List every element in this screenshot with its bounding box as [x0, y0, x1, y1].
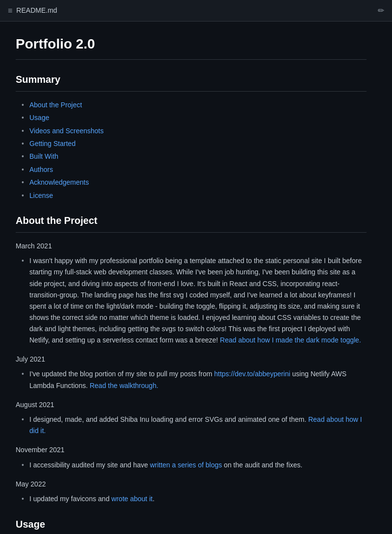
list-item: I accessibility audited my site and have… — [24, 460, 367, 471]
list-item: I updated my favicons and wrote about it… — [24, 493, 367, 505]
november-text: I accessibility audited my site and have… — [29, 461, 302, 469]
july-text: I've updated the blog portion of my site… — [29, 370, 346, 389]
list-item: I designed, made, and added Shiba Inu lo… — [24, 414, 367, 437]
august-list: I designed, made, and added Shiba Inu lo… — [16, 414, 367, 437]
august-text: I designed, made, and added Shiba Inu lo… — [29, 415, 362, 435]
shiba-link[interactable]: Read about how I did it. — [29, 415, 362, 435]
page-title: Portfolio 2.0 — [16, 33, 367, 60]
header: ≡ README.md ✏ — [0, 0, 392, 22]
blogs-link[interactable]: written a series of blogs — [150, 461, 222, 469]
pencil-icon[interactable]: ✏ — [378, 4, 384, 17]
dark-mode-link[interactable]: Read about how I made the dark mode togg… — [220, 336, 361, 344]
list-item: Usage — [24, 112, 367, 123]
summary-heading: Summary — [16, 72, 367, 92]
header-left: ≡ README.md — [8, 4, 57, 17]
about-heading: About the Project — [16, 213, 367, 233]
may-text: I updated my favicons and wrote about it… — [29, 495, 154, 503]
march-text: I wasn't happy with my professional port… — [29, 257, 362, 344]
authors-link[interactable]: Authors — [29, 166, 53, 173]
list-item: Videos and Screenshots — [24, 125, 367, 136]
list-item: Getting Started — [24, 138, 367, 149]
list-item: I've updated the blog portion of my site… — [24, 368, 367, 391]
favicon-link[interactable]: wrote about it — [111, 495, 152, 503]
usage-heading: Usage — [16, 516, 367, 534]
walkthrough-link[interactable]: Read the walkthrough. — [90, 382, 158, 389]
date-july-2021: July 2021 — [16, 354, 367, 364]
built-with-link[interactable]: Built With — [29, 152, 58, 160]
header-title: README.md — [16, 5, 57, 16]
acknowledgements-link[interactable]: Acknowledgements — [29, 178, 89, 186]
list-item: Built With — [24, 151, 367, 162]
july-list: I've updated the blog portion of my site… — [16, 368, 367, 391]
list-item: Acknowledgements — [24, 177, 367, 188]
date-august-2021: August 2021 — [16, 399, 367, 410]
list-item: Authors — [24, 164, 367, 175]
hamburger-icon[interactable]: ≡ — [8, 4, 12, 17]
usage-link[interactable]: Usage — [29, 114, 49, 121]
summary-list: About the Project Usage Videos and Scree… — [16, 99, 367, 201]
march-list: I wasn't happy with my professional port… — [16, 255, 367, 346]
devto-link[interactable]: https://dev.to/abbeyperini — [214, 370, 290, 378]
about-link[interactable]: About the Project — [29, 101, 82, 109]
date-november-2021: November 2021 — [16, 444, 367, 455]
date-may-2022: May 2022 — [16, 479, 367, 489]
list-item: I wasn't happy with my professional port… — [24, 255, 367, 346]
list-item: About the Project — [24, 99, 367, 110]
license-link[interactable]: License — [29, 192, 53, 199]
date-march-2021: March 2021 — [16, 241, 367, 251]
may-list: I updated my favicons and wrote about it… — [16, 493, 367, 505]
list-item: License — [24, 190, 367, 201]
november-list: I accessibility audited my site and have… — [16, 460, 367, 471]
videos-link[interactable]: Videos and Screenshots — [29, 127, 104, 135]
getting-started-link[interactable]: Getting Started — [29, 140, 75, 147]
main-content: Portfolio 2.0 Summary About the Project … — [0, 22, 382, 534]
